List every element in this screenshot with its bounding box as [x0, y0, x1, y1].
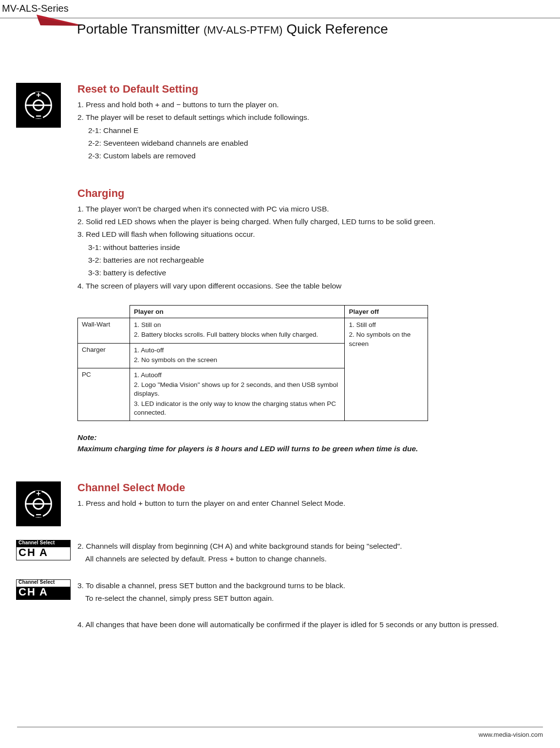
page: MV-ALS-Series Portable Transmitter (MV-A…: [0, 0, 560, 748]
title-tail: Quick Reference: [282, 21, 388, 37]
table-cell-item: 1. Auto-off: [134, 346, 340, 355]
table-cell-item: 1. Still off: [349, 321, 424, 329]
table-cell-item: 3. LED indicator is the only way to know…: [134, 400, 340, 417]
channel-display-text: CH A: [19, 546, 48, 559]
charging-step: 1. The player won't be charged when it's…: [77, 203, 552, 215]
table-cell-item: 1. Autooff: [134, 371, 340, 380]
footer-url: www.media-vision.com: [479, 731, 543, 738]
reset-heading: Reset to Default Setting: [77, 83, 552, 96]
swoosh-icon: [37, 15, 83, 32]
table-cell: 1. Autooff 2. Logo "Media Vision" shows …: [130, 368, 345, 421]
channel-display-text: CH A: [19, 586, 48, 598]
table-cell-item: 2. Logo "Media Vision" shows up for 2 se…: [134, 381, 340, 398]
dpad-icon: + −: [16, 83, 61, 128]
channel-section-step3: Channel Select CH A 3. To disable a chan…: [16, 579, 552, 605]
channel-step-cont: All channels are selected by default. Pr…: [77, 553, 552, 565]
channel-section-step1: + − Channel Select Mode 1. Press and hol…: [16, 481, 552, 526]
channel-step-cont: To re-select the channel, simply press S…: [77, 592, 552, 605]
note-label: Note:: [77, 433, 97, 441]
charging-section: Charging 1. The player won't be charged …: [16, 187, 552, 462]
channel-step: 2. Channels will display from beginning …: [77, 540, 552, 553]
reset-substep: 2-2: Seventeen wideband channels are ena…: [88, 137, 552, 150]
reset-substep: 2-1: Channel E: [88, 124, 552, 137]
minus-icon: −: [34, 512, 43, 517]
page-title: Portable Transmitter (MV-ALS-PTFM) Quick…: [77, 21, 388, 37]
minus-icon: −: [34, 114, 43, 118]
channel-section-step4: 4. All changes that have been done will …: [16, 618, 552, 631]
table-cell-player-off: 1. Still off 2. No symbols on the screen: [345, 318, 428, 421]
channel-display-toplabel: Channel Select: [19, 540, 55, 545]
reset-substep: 2-3: Custom labels are removed: [88, 150, 552, 162]
reset-step: 1. Press and hold both + and − buttons t…: [77, 98, 552, 111]
charging-step: 4. The screen of players will vary upon …: [77, 280, 552, 292]
table-row-label: Charger: [78, 343, 130, 368]
table-cell: 1. Auto-off 2. No symbols on the screen: [130, 343, 345, 368]
table-cell: 1. Still on 2. Battery blocks scrolls. F…: [130, 318, 345, 343]
charging-heading: Charging: [77, 187, 552, 200]
charging-note: Note: Maximum charging time for players …: [77, 432, 552, 455]
charging-step: 3. Red LED will flash when following sit…: [77, 228, 552, 241]
title-model: (MV-ALS-PTFM): [204, 24, 283, 36]
header-divider: [0, 18, 560, 19]
table-row-label: PC: [78, 368, 130, 421]
dpad-icon: + −: [16, 481, 61, 526]
footer-divider: [17, 727, 543, 728]
title-main: Portable Transmitter: [77, 21, 204, 37]
reset-section: + − Reset to Default Setting 1. Press an…: [16, 83, 552, 163]
channel-step: 4. All changes that have been done will …: [77, 618, 552, 631]
table-cell-item: 2. Battery blocks scrolls. Full battery …: [134, 330, 340, 339]
channel-display-toplabel: Channel Select: [19, 579, 55, 585]
reset-step: 2. The player will be reset to default s…: [77, 111, 552, 124]
content-area: + − Reset to Default Setting 1. Press an…: [16, 83, 552, 632]
charging-substep: 3-3: battery is defective: [88, 267, 552, 279]
charging-step: 2. Solid red LED shows when the player i…: [77, 215, 552, 228]
charging-table: Player on Player off Wall-Wart 1. Still …: [77, 305, 428, 421]
table-cell-item: 1. Still on: [134, 321, 340, 329]
table-head-player-off: Player off: [345, 306, 428, 318]
table-cell-item: 2. No symbols on the screen: [134, 356, 340, 364]
channel-display-disabled-icon: Channel Select CH A: [16, 579, 71, 600]
table-cell-item: 2. No symbols on the screen: [349, 330, 424, 348]
table-corner-empty: [78, 306, 130, 318]
channel-step: 1. Press and hold + button to turn the p…: [77, 497, 552, 510]
table-row: Wall-Wart 1. Still on 2. Battery blocks …: [78, 318, 428, 343]
charging-substep: 3-2: batteries are not rechargeable: [88, 254, 552, 267]
channel-display-selected-icon: Channel Select CH A: [16, 540, 71, 560]
reset-icon-column: + −: [16, 83, 77, 128]
note-text: Maximum charging time for players is 8 h…: [77, 444, 418, 453]
table-row-label: Wall-Wart: [78, 318, 130, 343]
channel-heading: Channel Select Mode: [77, 481, 552, 494]
charging-substep: 3-1: without batteries inside: [88, 241, 552, 254]
channel-section-step2: Channel Select CH A 2. Channels will dis…: [16, 540, 552, 566]
plus-icon: +: [35, 92, 41, 98]
channel-step: 3. To disable a channel, press SET butto…: [77, 579, 552, 592]
plus-icon: +: [35, 491, 41, 497]
series-label: MV-ALS-Series: [2, 3, 69, 14]
table-head-player-on: Player on: [130, 306, 345, 318]
